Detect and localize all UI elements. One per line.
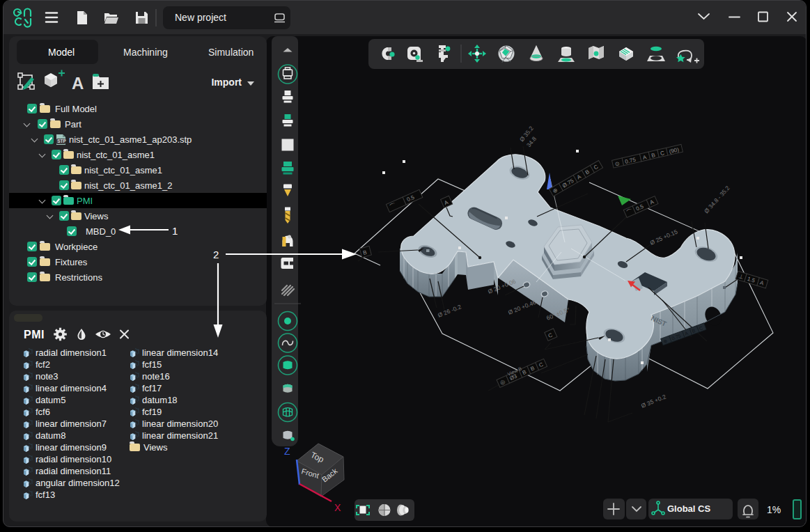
svg-text:STP: STP	[57, 139, 66, 143]
svg-text:X: X	[334, 502, 341, 513]
svg-text:A: A	[72, 74, 84, 93]
svg-text:1%: 1%	[767, 504, 781, 515]
svg-text:Z: Z	[284, 446, 290, 457]
